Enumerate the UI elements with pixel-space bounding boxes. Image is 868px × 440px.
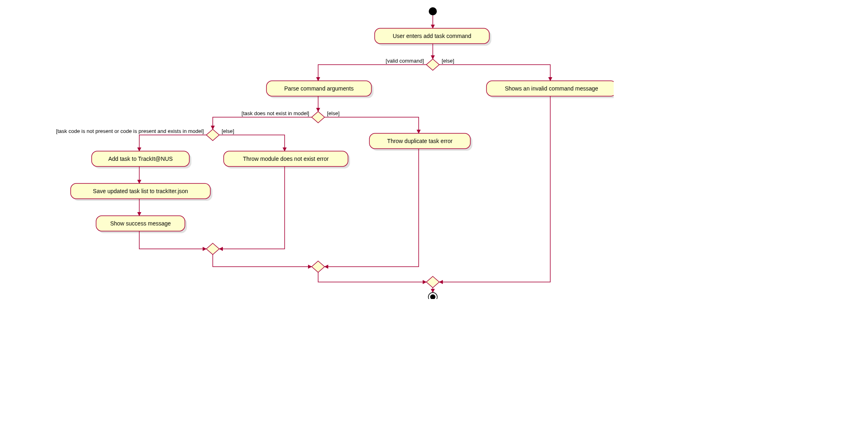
label-parse: Parse command arguments (284, 85, 354, 92)
activity-user-enters: User enters add task command (375, 28, 491, 46)
label-invalid-msg: Shows an invalid command message (505, 85, 598, 92)
merge-3 (426, 276, 439, 288)
svg-marker-10 (206, 129, 219, 141)
svg-marker-7 (312, 112, 325, 123)
svg-marker-21 (426, 276, 439, 288)
edge (318, 65, 426, 81)
activity-add-task: Add task to TrackIt@NUS (92, 151, 191, 168)
guard-valid-command: [valid command] (386, 58, 424, 64)
guard-task-not-exist: [task does not exist in model] (241, 110, 309, 116)
merge-2 (312, 261, 325, 272)
final-node (428, 293, 437, 299)
edge (318, 272, 426, 282)
label-success: Show success message (110, 220, 171, 227)
label-save: Save updated task list to trackIter.json (93, 188, 188, 194)
decision-code-present (206, 129, 219, 141)
edge (325, 117, 419, 133)
edge (139, 231, 206, 249)
edge (219, 166, 285, 249)
activity-module-does-not-exist: Throw module does not exist error (224, 151, 350, 168)
svg-marker-2 (426, 59, 439, 70)
edge (439, 96, 550, 282)
label-add: Add task to TrackIt@NUS (108, 156, 173, 162)
label-nomodule: Throw module does not exist error (243, 156, 329, 162)
guard-else-valid: [else] (442, 58, 454, 64)
guard-else-code: [else] (222, 128, 234, 134)
edge (439, 65, 550, 81)
activity-parse-arguments: Parse command arguments (266, 81, 373, 98)
label-dup: Throw duplicate task error (387, 138, 453, 144)
svg-marker-20 (312, 261, 325, 272)
edge (219, 135, 285, 151)
edge (213, 255, 312, 267)
merge-1 (206, 243, 219, 255)
activity-diagram: User enters add task command [valid comm… (0, 0, 614, 299)
edge (139, 135, 206, 151)
activity-duplicate-task-error: Throw duplicate task error (369, 133, 472, 151)
label-user-enters: User enters add task command (393, 33, 472, 39)
guard-code-present: [task code is not present or code is pre… (56, 128, 204, 134)
svg-point-23 (430, 295, 436, 299)
decision-valid-command (426, 59, 439, 70)
decision-task-exists (312, 112, 325, 123)
svg-marker-19 (206, 243, 219, 255)
activity-save-task-list: Save updated task list to trackIter.json (71, 183, 212, 201)
edge (213, 117, 312, 129)
initial-node (429, 7, 437, 15)
guard-else-taskexists: [else] (327, 110, 340, 116)
activity-invalid-command-message: Shows an invalid command message (486, 81, 614, 98)
activity-show-success: Show success message (96, 216, 187, 233)
